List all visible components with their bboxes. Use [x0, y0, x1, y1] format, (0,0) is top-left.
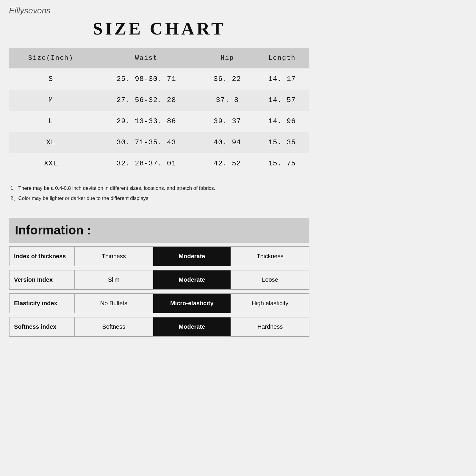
table-cell-length: 15. 75: [255, 153, 309, 174]
table-header: Length: [255, 48, 309, 68]
info-label: Elasticity index: [10, 294, 75, 313]
info-row: Version IndexSlimModerateLoose: [9, 270, 309, 290]
page-title: SIZE CHART: [93, 18, 226, 39]
info-option: Hardness: [231, 317, 309, 336]
info-label: Softness index: [10, 317, 75, 336]
table-cell-waist: 27. 56-32. 28: [93, 90, 200, 111]
table-cell-length: 14. 96: [255, 111, 309, 132]
brand-name: Eillysevens: [9, 6, 51, 15]
info-option: No Bullets: [75, 294, 153, 313]
table-cell-size: L: [9, 111, 93, 132]
table-cell-waist: 29. 13-33. 86: [93, 111, 200, 132]
table-cell-waist: 32. 28-37. 01: [93, 153, 200, 174]
info-section: Information : Index of thicknessThinness…: [9, 218, 309, 340]
info-option: High elasticity: [231, 294, 309, 313]
table-cell-size: XL: [9, 132, 93, 153]
info-title: Information :: [15, 223, 91, 237]
info-option: Thickness: [231, 247, 309, 266]
table-cell-size: M: [9, 90, 93, 111]
note-text: 1、There may be a 0.4-0.8 inch deviation …: [10, 184, 308, 192]
info-option: Loose: [231, 270, 309, 289]
info-row: Elasticity indexNo BulletsMicro-elastici…: [9, 293, 309, 313]
info-label: Version Index: [10, 270, 75, 289]
table-cell-hip: 36. 22: [200, 68, 255, 90]
info-option: Thinness: [75, 247, 153, 266]
table-row: S25. 98-30. 7136. 2214. 17: [9, 68, 309, 90]
table-cell-hip: 37. 8: [200, 90, 255, 111]
table-cell-waist: 25. 98-30. 71: [93, 68, 200, 90]
table-cell-waist: 30. 71-35. 43: [93, 132, 200, 153]
table-row: XXL32. 28-37. 0142. 5215. 75: [9, 153, 309, 174]
info-row: Softness indexSoftnessModerateHardness: [9, 317, 309, 337]
note-text: 2、Color may be lighter or darker due to …: [10, 195, 308, 202]
info-option: Slim: [75, 270, 153, 289]
info-header: Information :: [9, 218, 309, 243]
table-header: Waist: [93, 48, 200, 68]
table-cell-hip: 39. 37: [200, 111, 255, 132]
size-table: Size(Inch)WaistHipLength S25. 98-30. 713…: [9, 48, 309, 174]
table-cell-length: 15. 35: [255, 132, 309, 153]
table-row: M27. 56-32. 2837. 814. 57: [9, 90, 309, 111]
info-row: Index of thicknessThinnessModerateThickn…: [9, 246, 309, 266]
table-row: L29. 13-33. 8639. 3714. 96: [9, 111, 309, 132]
table-cell-size: S: [9, 68, 93, 90]
table-cell-hip: 42. 52: [200, 153, 255, 174]
info-option: Moderate: [153, 270, 231, 289]
table-cell-size: XXL: [9, 153, 93, 174]
info-option: Moderate: [153, 247, 231, 266]
info-option: Micro-elasticity: [153, 294, 231, 313]
notes-section: 1、There may be a 0.4-0.8 inch deviation …: [9, 180, 309, 209]
info-option: Moderate: [153, 317, 231, 336]
table-cell-hip: 40. 94: [200, 132, 255, 153]
table-cell-length: 14. 17: [255, 68, 309, 90]
table-row: XL30. 71-35. 4340. 9415. 35: [9, 132, 309, 153]
table-cell-length: 14. 57: [255, 90, 309, 111]
table-header: Size(Inch): [9, 48, 93, 68]
table-header: Hip: [200, 48, 255, 68]
size-table-wrapper: Size(Inch)WaistHipLength S25. 98-30. 713…: [9, 48, 309, 174]
info-option: Softness: [75, 317, 153, 336]
table-header-row: Size(Inch)WaistHipLength: [9, 48, 309, 68]
info-label: Index of thickness: [10, 247, 75, 266]
